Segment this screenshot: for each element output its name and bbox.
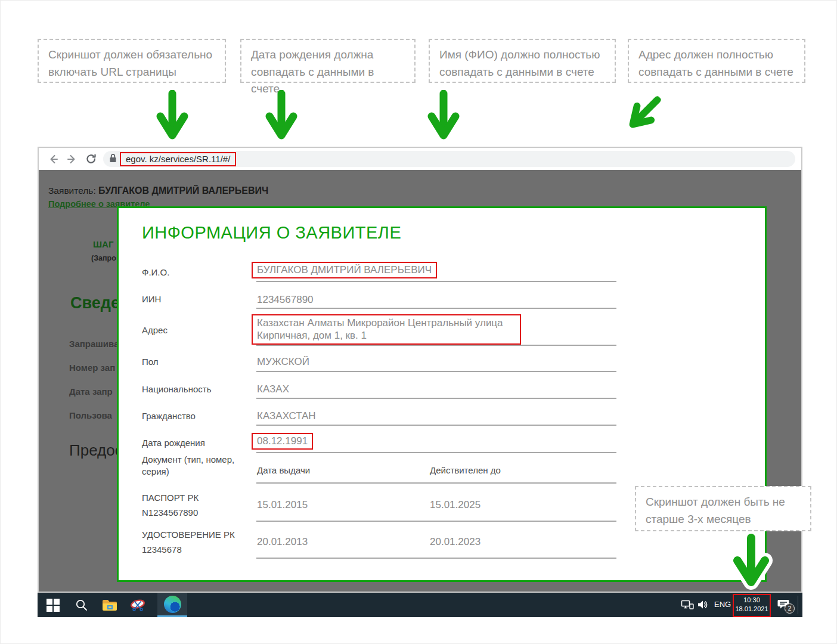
- url-text[interactable]: egov. kz/services/SR.11/#/: [120, 152, 236, 166]
- field-label-nationality: Национальность: [142, 384, 212, 394]
- field-divider: [256, 345, 616, 346]
- clock-time: 10:30: [734, 596, 770, 605]
- reload-icon[interactable]: [84, 152, 98, 166]
- field-label-citizenship: Гражданство: [142, 411, 196, 421]
- field-label-iin: ИИН: [142, 294, 161, 304]
- field-label-gender: Пол: [142, 357, 159, 367]
- bg-heading-2: Предос: [69, 441, 123, 460]
- file-explorer-icon[interactable]: [98, 593, 122, 617]
- windows-logo-icon: [46, 599, 60, 612]
- field-divider: [256, 482, 616, 484]
- applicant-line: Заявитель: БУЛГАКОВ ДМИТРИЙ ВАЛЕРЬЕВИЧ: [48, 185, 268, 196]
- green-arrow-down-icon: [154, 90, 190, 141]
- bg-heading-text: Сведе: [70, 294, 120, 312]
- field-value-citizenship: КАЗАХСТАН: [257, 410, 316, 422]
- clock-date: 18.01.2021: [734, 605, 770, 614]
- field-divider: [256, 398, 616, 399]
- applicant-name: БУЛГАКОВ ДМИТРИЙ ВАЛЕРЬЕВИЧ: [98, 185, 268, 196]
- bg-label-2: Номер зап: [69, 363, 115, 373]
- bg-request-text: (Запро: [91, 254, 116, 262]
- doc-number: N1234567890: [142, 507, 198, 518]
- field-divider: [256, 425, 616, 426]
- callout-age: Скриншот должен быть не старше 3-х месяц…: [635, 486, 811, 531]
- doc-number: 12345678: [142, 544, 182, 555]
- tutorial-image: Скриншот должен обязательно включать URL…: [0, 0, 837, 644]
- edge-taskbar-button[interactable]: [157, 593, 187, 617]
- bg-label-3: Дата запр: [69, 386, 113, 397]
- field-divider: [256, 371, 616, 372]
- field-label-address: Адрес: [142, 325, 168, 335]
- doc-name: УДОСТОВЕРЕНИЕ РК: [142, 530, 235, 540]
- doc-section-label: Документ (тип, номер, серия): [142, 454, 248, 477]
- callout-address: Адрес должен полностью совпадать с данны…: [628, 39, 805, 83]
- field-value-iin: 1234567890: [257, 294, 314, 306]
- browser-toolbar: egov. kz/services/SR.11/#/: [39, 148, 801, 171]
- language-indicator[interactable]: ENG: [714, 600, 731, 609]
- notification-badge: 2: [785, 603, 795, 614]
- field-value-address: Казахстан Алматы Микрорайон Центральный …: [252, 314, 521, 345]
- forward-icon[interactable]: [65, 152, 79, 166]
- field-divider: [256, 558, 616, 559]
- field-value-nationality: КАЗАХ: [257, 383, 289, 395]
- search-icon[interactable]: [70, 593, 94, 617]
- doc-valid-date: 15.01.2025: [430, 499, 480, 511]
- green-arrow-down-outlined-icon: [728, 532, 774, 593]
- doc-col-valid: Действителен до: [430, 465, 501, 475]
- doc-name: ПАСПОРТ РК: [142, 493, 199, 503]
- address-bar[interactable]: egov. kz/services/SR.11/#/: [103, 151, 795, 167]
- doc-valid-date: 20.01.2023: [430, 536, 480, 548]
- field-value-fio: БУЛГАКОВ ДМИТРИЙ ВАЛЕРЬЕВИЧ: [252, 262, 437, 278]
- taskbar-clock[interactable]: 10:30 18.01.2021: [733, 594, 771, 617]
- bg-label-1: Запрашива: [69, 339, 119, 349]
- field-value-gender: МУЖСКОЙ: [257, 356, 309, 368]
- field-divider: [256, 452, 616, 453]
- modal-title: ИНФОРМАЦИЯ О ЗАЯВИТЕЛЕ: [142, 223, 401, 243]
- green-arrow-down-icon: [426, 90, 461, 141]
- callout-url: Скриншот должен обязательно включать URL…: [38, 39, 226, 83]
- field-divider: [256, 521, 616, 522]
- volume-icon[interactable]: [696, 599, 709, 613]
- callout-birthdate: Дата рождения должна совпадать с данными…: [240, 39, 416, 83]
- green-arrow-down-left-icon: [618, 86, 672, 140]
- doc-col-issued: Дата выдачи: [257, 465, 310, 475]
- field-divider: [256, 281, 616, 282]
- show-desktop-separator[interactable]: [798, 596, 798, 614]
- callout-name: Имя (ФИО) должно полностью совпадать с д…: [429, 39, 616, 83]
- doc-issued-date: 20.01.2013: [257, 536, 308, 548]
- notification-icon[interactable]: 2: [777, 598, 790, 612]
- field-label-birthdate: Дата рождения: [142, 438, 205, 448]
- snipping-tool-icon[interactable]: [126, 593, 150, 617]
- edge-icon: [164, 596, 181, 613]
- windows-taskbar: ENG 10:30 18.01.2021 2: [38, 593, 802, 617]
- green-arrow-down-icon: [264, 90, 299, 141]
- bg-step-text: ШАГ: [93, 239, 113, 249]
- system-tray: ENG 10:30 18.01.2021 2: [669, 593, 802, 617]
- start-button[interactable]: [41, 593, 65, 617]
- network-icon[interactable]: [681, 599, 694, 613]
- field-label-fio: Ф.И.О.: [142, 267, 169, 277]
- field-divider: [256, 308, 616, 309]
- back-icon[interactable]: [46, 152, 60, 166]
- doc-issued-date: 15.01.2015: [257, 499, 308, 511]
- lock-icon: [109, 153, 117, 165]
- field-value-birthdate: 08.12.1991: [252, 433, 313, 450]
- bg-label-4: Пользова: [69, 410, 112, 420]
